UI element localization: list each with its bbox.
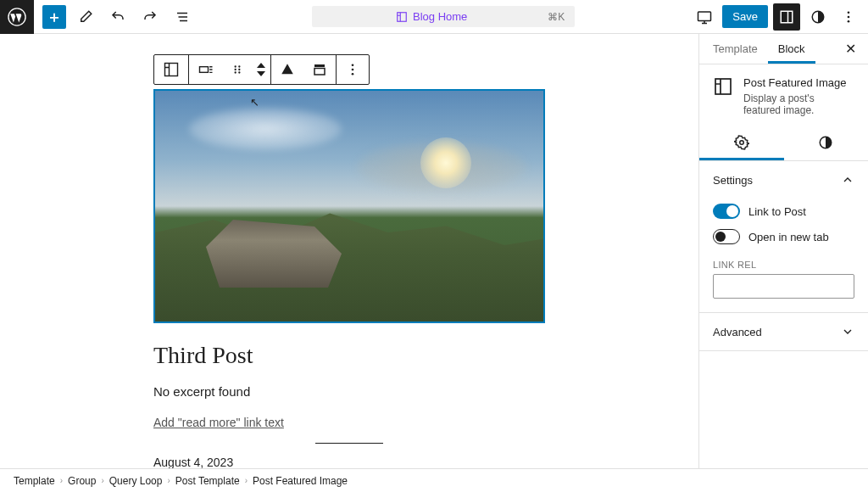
wordpress-logo[interactable] <box>0 0 34 34</box>
close-icon[interactable]: ✕ <box>837 36 865 62</box>
shortcut-text: ⌘K <box>548 11 565 23</box>
advanced-panel-label: Advanced <box>713 326 762 338</box>
block-toolbar <box>153 54 370 85</box>
more-options-icon[interactable] <box>836 4 861 30</box>
svg-rect-9 <box>200 67 209 73</box>
save-button[interactable]: Save <box>722 5 768 28</box>
read-more-link[interactable]: Add "read more" link text <box>153 416 284 429</box>
link-rel-input[interactable] <box>713 274 854 299</box>
cursor-icon: ↖ <box>250 96 259 109</box>
breadcrumb-item[interactable]: Query Loop <box>109 475 163 487</box>
redo-icon[interactable] <box>137 4 163 30</box>
edit-icon[interactable] <box>73 4 98 30</box>
svg-rect-2 <box>698 12 711 21</box>
breadcrumb-item[interactable]: Group <box>68 475 96 487</box>
settings-sidebar: Template Block ✕ Post Featured Image Dis… <box>698 34 868 468</box>
breadcrumb: Template› Group› Query Loop› Post Templa… <box>0 468 868 492</box>
svg-point-10 <box>235 65 236 67</box>
link-to-post-label: Link to Post <box>748 205 806 218</box>
doc-title-button[interactable]: Blog Home ⌘K <box>312 6 575 27</box>
svg-point-13 <box>238 69 240 70</box>
post-featured-image-block[interactable] <box>153 89 545 323</box>
breadcrumb-item[interactable]: Post Featured Image <box>253 475 348 487</box>
chevron-up-icon <box>841 173 854 187</box>
svg-point-5 <box>848 11 850 14</box>
block-type-icon <box>713 76 733 97</box>
svg-point-14 <box>235 71 236 73</box>
settings-panel-toggle[interactable]: Settings <box>699 161 868 198</box>
chevron-down-icon <box>841 325 854 338</box>
settings-panel-toggle[interactable] <box>773 3 800 31</box>
svg-point-6 <box>848 15 850 18</box>
tab-template[interactable]: Template <box>703 34 768 64</box>
svg-rect-16 <box>314 64 325 67</box>
svg-point-12 <box>235 69 236 70</box>
open-new-tab-toggle[interactable] <box>713 229 740 244</box>
separator <box>315 443 383 444</box>
move-updown-icon[interactable] <box>252 55 270 84</box>
add-block-button[interactable]: ＋ <box>42 5 66 29</box>
block-more-icon[interactable] <box>337 55 369 84</box>
link-to-post-toggle[interactable] <box>713 204 740 219</box>
doc-label-text: Blog Home <box>413 10 467 23</box>
list-view-icon[interactable] <box>170 4 195 30</box>
subtab-settings-icon[interactable] <box>699 125 784 160</box>
breadcrumb-item[interactable]: Template <box>14 475 55 487</box>
svg-point-22 <box>740 141 744 145</box>
svg-rect-3 <box>781 11 793 23</box>
tab-block[interactable]: Block <box>768 34 815 64</box>
overlay-icon[interactable] <box>303 55 336 84</box>
block-title: Post Featured Image <box>743 76 854 89</box>
post-date[interactable]: August 4, 2023 <box>153 456 545 468</box>
settings-panel-label: Settings <box>713 174 753 187</box>
svg-rect-8 <box>165 64 178 76</box>
svg-point-11 <box>238 65 240 67</box>
post-title[interactable]: Third Post <box>153 342 545 369</box>
svg-point-7 <box>848 20 850 22</box>
device-preview-icon[interactable] <box>692 4 717 30</box>
svg-rect-17 <box>314 69 325 75</box>
block-description: Display a post's featured image. <box>743 92 854 116</box>
drag-handle-icon[interactable] <box>223 55 252 84</box>
svg-point-19 <box>352 69 354 71</box>
svg-rect-1 <box>398 12 407 21</box>
undo-icon[interactable] <box>105 4 131 30</box>
block-type-icon[interactable] <box>154 55 188 84</box>
svg-point-20 <box>352 73 354 75</box>
align-icon[interactable] <box>189 55 223 84</box>
svg-point-18 <box>352 64 354 66</box>
svg-point-15 <box>238 71 240 73</box>
open-new-tab-label: Open in new tab <box>748 231 829 243</box>
aspect-ratio-icon[interactable] <box>271 55 303 84</box>
post-excerpt[interactable]: No excerpt found <box>153 384 545 399</box>
styles-icon[interactable] <box>805 4 831 30</box>
breadcrumb-item[interactable]: Post Template <box>175 475 240 487</box>
topbar: ＋ Blog Home ⌘K Save <box>0 0 868 34</box>
link-rel-label: LINK REL <box>713 260 854 270</box>
advanced-panel-toggle[interactable]: Advanced <box>699 313 868 350</box>
subtab-styles-icon[interactable] <box>784 125 869 160</box>
svg-rect-21 <box>715 79 731 94</box>
editor-canvas[interactable]: Third Post No excerpt found Add "read mo… <box>0 34 698 468</box>
